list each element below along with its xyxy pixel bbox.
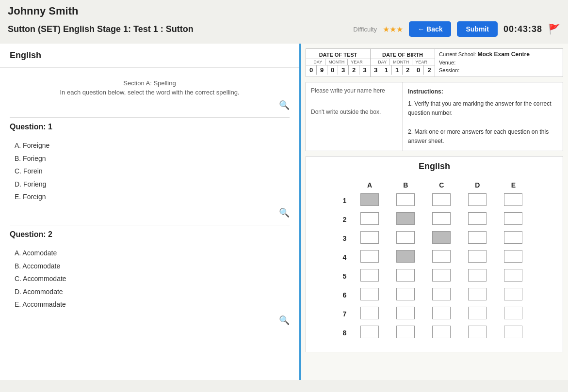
- q2-option-c[interactable]: C. Accommodate: [15, 272, 290, 285]
- answer-cell-3-C[interactable]: [423, 229, 459, 248]
- answer-cell-7-B[interactable]: [388, 304, 423, 323]
- q1-option-d[interactable]: D. Forieng: [15, 178, 290, 191]
- answer-box-5-D[interactable]: [468, 269, 487, 282]
- answer-box-8-E[interactable]: [504, 326, 522, 338]
- answer-cell-7-A[interactable]: [352, 304, 388, 323]
- date-of-birth-label: DATE OF BIRTH: [371, 51, 435, 59]
- answer-cell-5-E[interactable]: [495, 267, 531, 285]
- q1-option-a[interactable]: A. Foreigne: [15, 139, 290, 152]
- answer-cell-1-A[interactable]: [352, 191, 388, 210]
- answer-cell-6-A[interactable]: [352, 285, 388, 304]
- answer-box-4-E[interactable]: [504, 250, 522, 263]
- dob-d6: 2: [424, 65, 435, 75]
- answer-box-7-E[interactable]: [504, 307, 522, 319]
- answer-box-4-D[interactable]: [468, 250, 487, 263]
- answer-box-5-A[interactable]: [360, 269, 379, 282]
- answer-box-4-B[interactable]: [396, 250, 415, 263]
- answer-cell-3-B[interactable]: [388, 229, 423, 248]
- answer-box-7-D[interactable]: [468, 307, 487, 319]
- answer-cell-6-D[interactable]: [459, 285, 495, 304]
- answer-cell-2-D[interactable]: [459, 210, 495, 229]
- q1-option-b[interactable]: B. Foriegn: [15, 152, 290, 165]
- answer-cell-8-B[interactable]: [388, 323, 423, 342]
- answer-cell-1-E[interactable]: [495, 191, 531, 210]
- answer-box-2-C[interactable]: [432, 212, 451, 225]
- answer-box-6-C[interactable]: [432, 288, 451, 300]
- answer-cell-8-D[interactable]: [459, 323, 495, 342]
- answer-cell-8-E[interactable]: [495, 323, 531, 342]
- zoom-icon-1[interactable]: 🔍: [279, 100, 290, 110]
- answer-cell-8-C[interactable]: [423, 323, 459, 342]
- answer-cell-7-D[interactable]: [459, 304, 495, 323]
- answer-cell-1-C[interactable]: [423, 191, 459, 210]
- back-button[interactable]: ← Back: [409, 21, 451, 37]
- answer-box-6-D[interactable]: [468, 288, 487, 300]
- answer-box-3-E[interactable]: [504, 231, 522, 244]
- answer-box-1-D[interactable]: [468, 193, 487, 206]
- answer-cell-5-D[interactable]: [459, 267, 495, 285]
- answer-box-6-B[interactable]: [396, 288, 415, 300]
- answer-box-7-A[interactable]: [360, 307, 379, 319]
- answer-box-3-C[interactable]: [432, 231, 451, 244]
- q2-option-e[interactable]: E. Accommadate: [15, 298, 290, 311]
- q1-option-e[interactable]: E. Foreign: [15, 190, 290, 204]
- answer-cell-5-A[interactable]: [352, 267, 388, 285]
- q2-option-b[interactable]: B. Accomodate: [15, 260, 290, 273]
- answer-box-1-A[interactable]: [360, 193, 379, 206]
- answer-cell-2-A[interactable]: [352, 210, 388, 229]
- answer-box-4-A[interactable]: [360, 250, 379, 263]
- answer-box-2-E[interactable]: [504, 212, 522, 225]
- dob-d3: 1: [392, 65, 403, 75]
- answer-cell-2-E[interactable]: [495, 210, 531, 229]
- answer-box-1-B[interactable]: [396, 193, 415, 206]
- q1-option-c[interactable]: C. Forein: [15, 165, 290, 178]
- answer-box-3-B[interactable]: [396, 231, 415, 244]
- answer-cell-3-D[interactable]: [459, 229, 495, 248]
- answer-box-2-A[interactable]: [360, 212, 379, 225]
- answer-cell-2-C[interactable]: [423, 210, 459, 229]
- answer-cell-5-B[interactable]: [388, 267, 423, 285]
- q2-option-a[interactable]: A. Acomodate: [15, 247, 290, 260]
- answer-cell-4-B[interactable]: [388, 248, 423, 267]
- answer-box-2-D[interactable]: [468, 212, 487, 225]
- answer-box-8-C[interactable]: [432, 326, 451, 338]
- answer-cell-2-B[interactable]: [388, 210, 423, 229]
- answer-cell-4-E[interactable]: [495, 248, 531, 267]
- answer-cell-6-B[interactable]: [388, 285, 423, 304]
- answer-cell-1-D[interactable]: [459, 191, 495, 210]
- submit-button[interactable]: Submit: [457, 21, 497, 37]
- answer-box-8-B[interactable]: [396, 326, 415, 338]
- answer-cell-7-C[interactable]: [423, 304, 459, 323]
- answer-cell-4-D[interactable]: [459, 248, 495, 267]
- answer-cell-4-C[interactable]: [423, 248, 459, 267]
- answer-cell-3-A[interactable]: [352, 229, 388, 248]
- answer-cell-6-E[interactable]: [495, 285, 531, 304]
- answer-box-5-C[interactable]: [432, 269, 451, 282]
- answer-box-5-E[interactable]: [504, 269, 522, 282]
- answer-cell-6-C[interactable]: [423, 285, 459, 304]
- zoom-icon-3[interactable]: 🔍: [279, 315, 290, 326]
- answer-box-6-E[interactable]: [504, 288, 522, 300]
- dob-year-label: YEAR: [412, 59, 430, 65]
- answer-box-8-A[interactable]: [360, 326, 379, 338]
- answer-box-7-C[interactable]: [432, 307, 451, 319]
- answer-box-3-D[interactable]: [468, 231, 487, 244]
- answer-box-7-B[interactable]: [396, 307, 415, 319]
- answer-box-1-E[interactable]: [504, 193, 522, 206]
- answer-cell-4-A[interactable]: [352, 248, 388, 267]
- answer-box-6-A[interactable]: [360, 288, 379, 300]
- q2-option-d[interactable]: D. Acommodate: [15, 285, 290, 298]
- answer-cell-5-C[interactable]: [423, 267, 459, 285]
- answer-cell-3-E[interactable]: [495, 229, 531, 248]
- zoom-icon-2[interactable]: 🔍: [279, 207, 290, 218]
- flag-icon[interactable]: 🚩: [548, 23, 560, 35]
- answer-cell-8-A[interactable]: [352, 323, 388, 342]
- answer-cell-7-E[interactable]: [495, 304, 531, 323]
- answer-box-5-B[interactable]: [396, 269, 415, 282]
- answer-box-3-A[interactable]: [360, 231, 379, 244]
- answer-box-8-D[interactable]: [468, 326, 487, 338]
- answer-box-1-C[interactable]: [432, 193, 451, 206]
- answer-cell-1-B[interactable]: [388, 191, 423, 210]
- answer-box-4-C[interactable]: [432, 250, 451, 263]
- answer-box-2-B[interactable]: [396, 212, 415, 225]
